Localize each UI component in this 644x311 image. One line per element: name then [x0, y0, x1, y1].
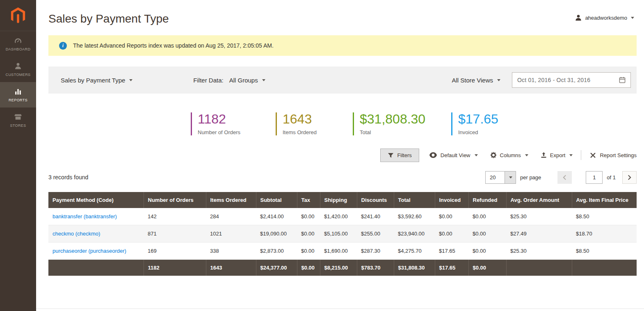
table-cell: $0.00 — [435, 225, 468, 242]
report-type-select[interactable]: Sales by Payment Type — [61, 77, 132, 84]
payment-method-link[interactable]: banktransfer (banktransfer) — [53, 213, 117, 220]
kpi-label: Invoiced — [458, 129, 498, 135]
column-header[interactable]: Items Ordered — [206, 192, 256, 208]
per-page-dropdown-button[interactable] — [505, 172, 516, 183]
pagination: 20 per page of 1 — [485, 171, 637, 184]
chevron-down-icon — [262, 79, 265, 81]
table-cell: $8.50 — [572, 208, 637, 225]
totals-cell: $8,215.00 — [320, 259, 357, 276]
table-cell: $0.00 — [468, 225, 506, 242]
column-header[interactable]: Total — [394, 192, 435, 208]
sidebar-item-label: REPORTS — [9, 98, 27, 102]
export-label: Export — [550, 152, 566, 158]
report-table-wrap: Payment Method (Code)Number of OrdersIte… — [48, 192, 637, 276]
table-cell: $287.30 — [357, 242, 394, 259]
table-cell: $19,090.00 — [256, 225, 297, 242]
store-views-select[interactable]: All Store Views — [452, 77, 500, 84]
table-cell: $0.00 — [297, 242, 320, 259]
chevron-down-icon — [631, 17, 634, 19]
column-header[interactable]: Tax — [297, 192, 320, 208]
eye-icon — [429, 152, 437, 158]
table-cell: 871 — [144, 225, 206, 242]
totals-cell — [506, 259, 572, 276]
report-table-body: banktransfer (banktransfer)142284$2,414.… — [48, 208, 637, 260]
table-cell: $255.00 — [357, 225, 394, 242]
groups-value: All Groups — [229, 77, 258, 84]
column-header[interactable]: Subtotal — [256, 192, 297, 208]
page-title: Sales by Payment Type — [48, 12, 169, 25]
report-settings-control[interactable]: Report Settings — [589, 152, 637, 159]
kpi-label: Number of Orders — [198, 129, 276, 135]
columns-control[interactable]: Columns — [490, 152, 528, 158]
table-cell: $18.70 — [572, 225, 637, 242]
kpi-invoiced: $17.65 Invoiced — [451, 112, 498, 135]
table-cell: $0.00 — [468, 208, 506, 225]
sidebar-item-label: DASHBOARD — [6, 47, 31, 51]
sidebar-item-reports[interactable]: REPORTS — [0, 82, 36, 107]
default-view-control[interactable]: Default View — [429, 152, 478, 158]
table-cell: purchaseorder (purchaseorder) — [48, 242, 144, 259]
page-header: Sales by Payment Type aheadworksdemo — [48, 0, 637, 25]
payment-method-link[interactable]: checkmo (checkmo) — [53, 231, 100, 237]
column-header[interactable]: Invoiced — [435, 192, 468, 208]
sidebar-item-stores[interactable]: STORES — [0, 107, 36, 133]
sidebar-item-label: STORES — [10, 123, 26, 128]
column-header[interactable]: Discounts — [357, 192, 394, 208]
column-header[interactable]: Avg. Order Amount — [506, 192, 572, 208]
table-cell: $27.49 — [506, 225, 572, 242]
table-cell: $25.30 — [506, 208, 572, 225]
sidebar-item-dashboard[interactable]: DASHBOARD — [0, 31, 36, 57]
store-views-value: All Store Views — [452, 77, 493, 84]
totals-cell: $0.00 — [468, 259, 506, 276]
index-notice-banner: i The latest Advanced Reports index was … — [48, 35, 637, 56]
table-cell: $1,420.00 — [320, 208, 357, 225]
table-cell: $4,275.70 — [394, 242, 435, 259]
admin-user-menu[interactable]: aheadworksdemo — [575, 14, 634, 21]
previous-page-button[interactable] — [557, 171, 572, 184]
filter-funnel-icon — [388, 152, 394, 158]
table-cell: $17.65 — [435, 242, 468, 259]
column-header[interactable]: Refunded — [468, 192, 506, 208]
kpi-value: 1643 — [283, 112, 353, 126]
groups-select[interactable]: All Groups — [229, 77, 265, 84]
table-cell: $0.00 — [468, 242, 506, 259]
sidebar: DASHBOARD CUSTOMERS REPORTS STORES — [0, 0, 36, 311]
column-header[interactable]: Avg. Item Final Price — [572, 192, 637, 208]
payment-method-link[interactable]: purchaseorder (purchaseorder) — [53, 248, 126, 254]
notice-text: The latest Advanced Reports index was up… — [73, 42, 274, 49]
totals-cell: $783.70 — [357, 259, 394, 276]
table-row: banktransfer (banktransfer)142284$2,414.… — [48, 208, 637, 225]
kpi-label: Total — [360, 129, 451, 135]
date-range-value: Oct 01, 2016 - Oct 31, 2016 — [517, 77, 590, 83]
column-header[interactable]: Shipping — [320, 192, 357, 208]
user-name: aheadworksdemo — [585, 15, 627, 21]
kpi-summary: 1182 Number of Orders 1643 Items Ordered… — [48, 112, 637, 135]
toolbar-divider — [581, 150, 581, 160]
table-cell: $0.00 — [297, 208, 320, 225]
next-page-button[interactable] — [622, 171, 637, 184]
chevron-down-icon — [129, 79, 132, 81]
column-header[interactable]: Payment Method (Code) — [48, 192, 144, 208]
totals-cell: 1182 — [144, 259, 206, 276]
page-root: DASHBOARD CUSTOMERS REPORTS STORES Sales… — [0, 0, 644, 311]
per-page-select[interactable]: 20 — [485, 171, 516, 184]
filters-label: Filters — [397, 152, 411, 158]
column-header[interactable]: Number of Orders — [144, 192, 206, 208]
chevron-down-icon — [525, 154, 528, 156]
total-pages-label: of 1 — [607, 174, 616, 181]
kpi-label: Items Ordered — [283, 129, 353, 135]
table-cell: 142 — [144, 208, 206, 225]
current-page-input[interactable] — [586, 171, 603, 184]
chevron-left-icon — [563, 175, 566, 180]
export-control[interactable]: Export — [541, 152, 573, 158]
table-cell: $25.30 — [506, 242, 572, 259]
filter-data-label: Filter Data: — [193, 77, 223, 84]
date-range-picker[interactable]: Oct 01, 2016 - Oct 31, 2016 — [512, 72, 631, 88]
totals-cell: $31,808.30 — [394, 259, 435, 276]
filters-button[interactable]: Filters — [380, 149, 419, 162]
kpi-total: $31,808.30 Total — [353, 112, 451, 135]
magento-logo[interactable] — [0, 0, 36, 31]
sidebar-item-customers[interactable]: CUSTOMERS — [0, 57, 36, 82]
reports-icon — [14, 87, 22, 96]
totals-cell: 1643 — [206, 259, 256, 276]
